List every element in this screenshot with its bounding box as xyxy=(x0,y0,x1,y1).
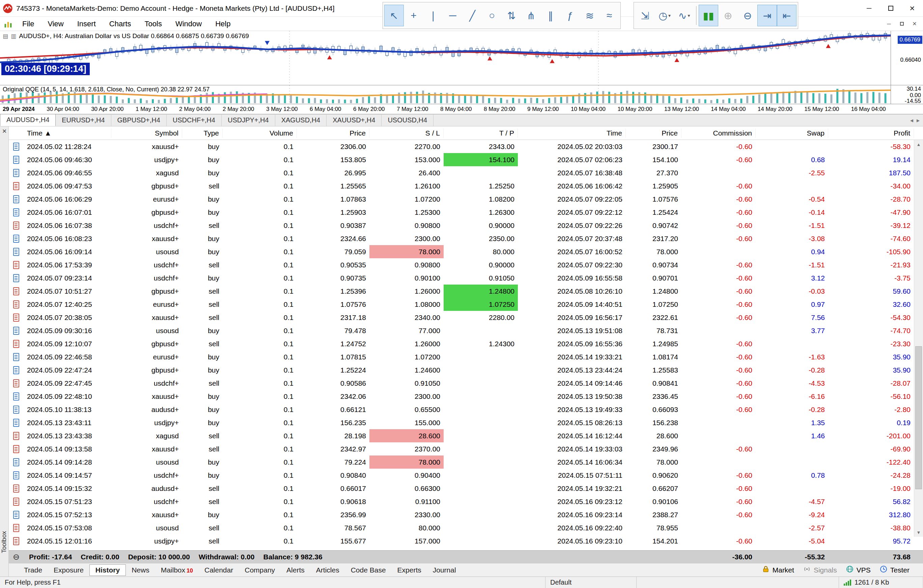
history-row[interactable]: 2024.05.10 11:38:13audusd+buy0.10.661210… xyxy=(9,403,923,416)
menu-view[interactable]: View xyxy=(41,17,70,31)
history-row[interactable]: 2024.05.06 17:53:39usdchf+sell0.10.90535… xyxy=(9,258,923,272)
menu-file[interactable]: File xyxy=(15,17,41,31)
bottom-tab-calendar[interactable]: Calendar xyxy=(199,565,239,575)
mdi-restore-button[interactable] xyxy=(896,19,908,29)
history-row[interactable]: 2024.05.06 09:46:30usdjpy+buy0.1153.8051… xyxy=(9,153,923,166)
equidistant-channel-icon[interactable]: ∥ xyxy=(541,5,560,26)
history-row[interactable]: 2024.05.14 09:15:32audusd+sell0.10.66017… xyxy=(9,482,923,495)
tabs-scroll-right-icon[interactable]: ▸ xyxy=(916,117,920,124)
minimize-button[interactable]: ─ xyxy=(858,0,880,16)
chart-tab-usdjpy-h4[interactable]: USDJPY+,H4 xyxy=(222,115,275,126)
history-row[interactable]: 2024.05.09 12:10:07gbpusd+sell0.11.24752… xyxy=(9,337,923,350)
history-row[interactable]: 2024.05.15 07:53:08usousdsell0.178.56780… xyxy=(9,521,923,534)
scroll-up-icon[interactable]: ▲ xyxy=(914,140,923,149)
menu-charts[interactable]: Charts xyxy=(103,17,138,31)
andrews-pitchfork-icon[interactable]: ⋔ xyxy=(521,5,541,26)
chart-tab-eurusd-h4[interactable]: EURUSD+,H4 xyxy=(56,115,111,126)
vertical-line-icon[interactable]: ∣ xyxy=(424,5,443,26)
bottom-tab-company[interactable]: Company xyxy=(239,565,281,575)
mdi-close-button[interactable]: ✕ xyxy=(909,19,920,29)
bottom-tab-exposure[interactable]: Exposure xyxy=(48,565,89,575)
bottom-tab-trade[interactable]: Trade xyxy=(18,565,48,575)
bottom-tab-experts[interactable]: Experts xyxy=(392,565,427,575)
history-row[interactable]: 2024.05.15 07:51:23usdchf+sell0.10.90618… xyxy=(9,495,923,508)
column-header-commission[interactable]: Commission xyxy=(682,128,755,138)
auto-scroll-icon[interactable]: ⇤ xyxy=(777,5,797,26)
tabs-scroll-left-icon[interactable]: ◂ xyxy=(910,117,913,124)
bar-chart-icon[interactable]: ▮▮ xyxy=(699,5,718,26)
history-row[interactable]: 2024.05.06 09:47:53gbpusd+sell0.11.25565… xyxy=(9,179,923,193)
chart-tab-gbpusd-h4[interactable]: GBPUSD+,H4 xyxy=(111,115,167,126)
bottom-tab-news[interactable]: News xyxy=(126,565,155,575)
history-row[interactable]: 2024.05.09 22:48:10xauusd+buy0.12342.062… xyxy=(9,390,923,403)
elliott-waves-icon[interactable]: ≋ xyxy=(580,5,599,26)
history-row[interactable]: 2024.05.14 09:13:58xauusd+sell0.12342.97… xyxy=(9,442,923,455)
menu-help[interactable]: Help xyxy=(209,17,237,31)
chart-tab-usdchf-h4[interactable]: USDCHF+,H4 xyxy=(167,115,222,126)
history-row[interactable]: 2024.05.09 09:30:16usousdbuy0.179.47877.… xyxy=(9,324,923,337)
price-pane[interactable]: ▤ ▥ AUDUSD+, H4: Australian Dollar vs US… xyxy=(0,31,923,85)
history-row[interactable]: 2024.05.15 12:01:16usdjpy+sell0.1155.677… xyxy=(9,534,923,547)
history-row[interactable]: 2024.05.09 22:47:24gbpusd+buy0.11.252241… xyxy=(9,364,923,377)
timeframes-icon[interactable]: ◷▾ xyxy=(655,5,674,26)
bottom-tab-alerts[interactable]: Alerts xyxy=(281,565,310,575)
zoom-in-icon[interactable]: ⊕ xyxy=(718,5,738,26)
mdi-minimize-button[interactable]: ─ xyxy=(883,19,895,29)
bottom-tab-history[interactable]: History xyxy=(89,564,126,576)
column-header-close-price[interactable]: Price xyxy=(626,128,682,138)
time-axis[interactable]: 29 Apr 202430 Apr 04:0030 Apr 20:001 May… xyxy=(0,104,923,114)
history-row[interactable]: 2024.05.14 09:14:57usdchf+buy0.10.908400… xyxy=(9,468,923,482)
history-row[interactable]: 2024.05.14 09:14:28usousdbuy0.179.22478.… xyxy=(9,455,923,468)
bottom-tab-articles[interactable]: Articles xyxy=(310,565,345,575)
history-row[interactable]: 2024.05.07 20:38:05xauusd+sell0.12317.18… xyxy=(9,311,923,324)
chart-tab-xauusd-h4[interactable]: XAUUSD+,H4 xyxy=(327,115,381,126)
gann-fan-icon[interactable]: ≈ xyxy=(599,5,619,26)
column-header-symbol[interactable]: Symbol xyxy=(111,128,182,138)
menu-window[interactable]: Window xyxy=(169,17,209,31)
ellipse-icon[interactable]: ○ xyxy=(482,5,502,26)
column-header-price[interactable]: Price xyxy=(297,128,370,138)
chart-tab-audusd-h4[interactable]: AUDUSD+,H4 xyxy=(0,114,56,126)
scroll-thumb[interactable] xyxy=(915,346,922,489)
indicator-scale[interactable]: 30.14 0.00 -14.55 xyxy=(891,85,923,104)
history-row[interactable]: 2024.05.06 16:08:23xauusd+buy0.12324.662… xyxy=(9,232,923,245)
price-scale[interactable]: 0.66769 0.66040 xyxy=(891,31,923,85)
bottom-tab-code-base[interactable]: Code Base xyxy=(345,565,392,575)
tester-button[interactable]: Tester xyxy=(879,565,910,575)
fibonacci-retracement-icon[interactable]: ƒ xyxy=(560,5,580,26)
status-profile[interactable]: Default xyxy=(545,577,637,588)
column-header-swap[interactable]: Swap xyxy=(755,128,828,138)
signals-button[interactable]: Signals xyxy=(803,565,837,575)
column-header-tp[interactable]: T / P xyxy=(443,128,518,138)
collapse-summary-icon[interactable]: ⊖ xyxy=(13,552,20,562)
toolbox-close-icon[interactable]: ✕ xyxy=(0,128,9,135)
history-row[interactable]: 2024.05.09 22:47:45usdchf+sell0.10.90586… xyxy=(9,377,923,390)
horizontal-line-icon[interactable]: ─ xyxy=(443,5,463,26)
indicators-icon[interactable]: ∿▾ xyxy=(674,5,694,26)
history-row[interactable]: 2024.05.06 09:46:55xagusdbuy0.126.99526.… xyxy=(9,166,923,179)
history-row[interactable]: 2024.05.15 07:52:13xauusd+buy0.12356.992… xyxy=(9,508,923,521)
history-header-row[interactable]: Time ▲SymbolTypeVolumePriceS / LT / PTim… xyxy=(9,126,923,140)
vps-button[interactable]: VPS xyxy=(846,565,871,575)
fullscreen-icon[interactable]: ⇲ xyxy=(635,5,655,26)
history-row[interactable]: 2024.05.07 09:23:14usdchf+buy0.10.907350… xyxy=(9,272,923,285)
column-header-volume[interactable]: Volume xyxy=(223,128,297,138)
history-row[interactable]: 2024.05.02 11:28:24xauusd+buy0.12306.002… xyxy=(9,140,923,153)
history-row[interactable]: 2024.05.13 23:43:38xagusdsell0.128.19828… xyxy=(9,429,923,442)
market-button[interactable]: Market xyxy=(762,565,794,575)
column-header-time[interactable]: Time ▲ xyxy=(24,128,111,138)
zoom-out-icon[interactable]: ⊖ xyxy=(738,5,757,26)
crosshair-icon[interactable]: + xyxy=(404,5,424,26)
close-button[interactable]: ✕ xyxy=(902,0,923,16)
history-row[interactable]: 2024.05.09 22:46:58eurusd+buy0.11.078151… xyxy=(9,350,923,364)
restore-button[interactable] xyxy=(880,0,902,16)
history-row[interactable]: 2024.05.07 10:51:27gbpusd+sell0.11.25396… xyxy=(9,285,923,298)
history-row[interactable]: 2024.05.06 16:06:29eurusd+buy0.11.078631… xyxy=(9,193,923,206)
table-scrollbar[interactable]: ▲ ▼ xyxy=(914,140,923,537)
indicator-pane[interactable]: Original QQE (14, 5, 14, 1.618, 2.618, C… xyxy=(0,85,923,104)
column-header-sl[interactable]: S / L xyxy=(370,128,443,138)
chart-area[interactable]: ▤ ▥ AUDUSD+, H4: Australian Dollar vs US… xyxy=(0,31,923,114)
history-row[interactable]: 2024.05.06 16:07:01gbpusd+buy0.11.259031… xyxy=(9,206,923,219)
column-header-close-time[interactable]: Time xyxy=(518,128,626,138)
history-row[interactable]: 2024.05.06 16:09:14usousdbuy0.179.05978.… xyxy=(9,245,923,258)
